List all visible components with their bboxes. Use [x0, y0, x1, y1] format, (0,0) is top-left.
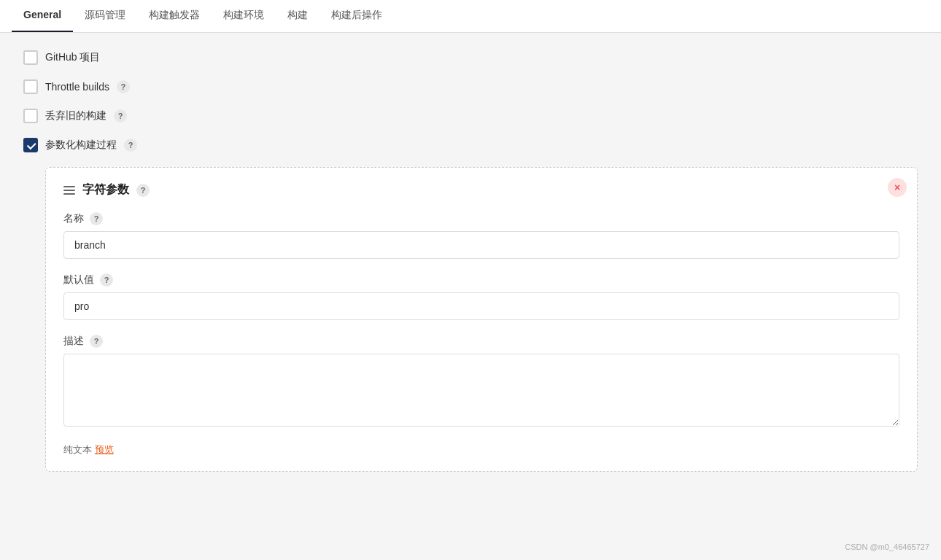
- parameterized-row: 参数化构建过程 ?: [23, 138, 918, 152]
- parameterized-label: 参数化构建过程: [45, 139, 117, 152]
- discard-old-row: 丢弃旧的构建 ?: [23, 109, 918, 123]
- name-field-label: 名称: [63, 212, 84, 225]
- github-project-label: GitHub 项目: [45, 51, 100, 64]
- content-area: GitHub 项目 Throttle builds ? 丢弃旧的构建 ? 参数化…: [0, 33, 941, 560]
- tab-trigger[interactable]: 构建触发器: [137, 0, 212, 32]
- tab-post[interactable]: 构建后操作: [320, 0, 394, 32]
- default-field-label: 默认值: [63, 273, 94, 287]
- desc-field-label-row: 描述 ?: [63, 335, 899, 348]
- name-field-help-icon[interactable]: ?: [90, 212, 103, 225]
- tab-source[interactable]: 源码管理: [73, 0, 137, 32]
- bottom-actions: 纯文本 预览: [63, 443, 899, 456]
- param-card: × 字符参数 ? 名称 ? 默认值 ?: [45, 167, 918, 472]
- bottom-actions-prefix: 纯文本: [63, 444, 95, 455]
- default-field-input[interactable]: [63, 292, 899, 320]
- desc-field-help-icon[interactable]: ?: [90, 335, 103, 348]
- name-field-input[interactable]: [63, 231, 899, 259]
- param-card-help-icon[interactable]: ?: [136, 184, 150, 197]
- default-field-group: 默认值 ?: [63, 273, 899, 320]
- bottom-note: CSDN @m0_46465727: [845, 542, 929, 551]
- name-field-label-row: 名称 ?: [63, 212, 899, 225]
- tab-build[interactable]: 构建: [276, 0, 320, 32]
- discard-old-help-icon[interactable]: ?: [114, 109, 127, 122]
- desc-field-group: 描述 ?: [63, 335, 899, 429]
- param-card-title: 字符参数: [82, 182, 129, 198]
- throttle-builds-help-icon[interactable]: ?: [117, 80, 130, 93]
- default-field-label-row: 默认值 ?: [63, 273, 899, 287]
- github-project-checkbox[interactable]: [23, 50, 38, 65]
- parameterized-help-icon[interactable]: ?: [124, 139, 137, 152]
- drag-handle-icon[interactable]: [63, 186, 75, 195]
- name-field-group: 名称 ?: [63, 212, 899, 259]
- desc-field-textarea[interactable]: [63, 354, 899, 427]
- discard-old-label: 丢弃旧的构建: [45, 109, 107, 122]
- throttle-builds-row: Throttle builds ?: [23, 79, 918, 94]
- param-card-header: 字符参数 ?: [63, 182, 899, 198]
- parameterized-checkbox[interactable]: [23, 138, 38, 152]
- param-card-close-button[interactable]: ×: [888, 178, 907, 197]
- bottom-actions-link[interactable]: 预览: [95, 444, 114, 455]
- tab-env[interactable]: 构建环境: [212, 0, 276, 32]
- throttle-builds-label: Throttle builds: [45, 81, 109, 93]
- tab-general[interactable]: General: [12, 0, 73, 32]
- discard-old-checkbox[interactable]: [23, 109, 38, 123]
- throttle-builds-checkbox[interactable]: [23, 79, 38, 94]
- default-field-help-icon[interactable]: ?: [100, 273, 113, 287]
- tab-bar: General 源码管理 构建触发器 构建环境 构建 构建后操作: [0, 0, 941, 33]
- github-project-row: GitHub 项目: [23, 50, 918, 65]
- desc-field-label: 描述: [63, 335, 84, 348]
